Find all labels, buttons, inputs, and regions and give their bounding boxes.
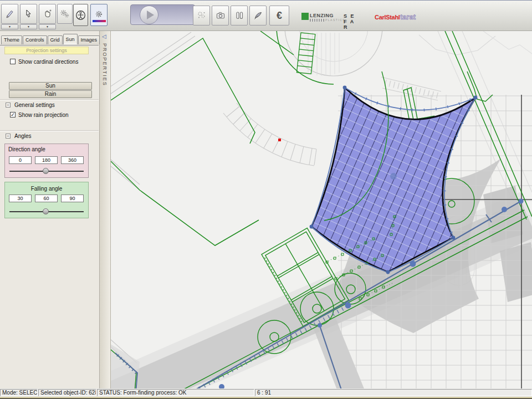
camera-icon [216,11,226,21]
select-tool-dropdown[interactable]: ▼ [20,24,37,29]
pencil-tool-dropdown[interactable]: ▼ [1,24,18,29]
sun-mode-button[interactable]: Sun [9,82,92,90]
properties-autohide-strip[interactable]: ◁ PROPERTIES [100,31,111,388]
euro-icon: € [277,10,282,22]
small-gears-icon [197,11,207,21]
rain-mode-button[interactable]: Rain [9,90,92,98]
status-process: STATUS: Form-finding process: OK [97,389,254,396]
lenzing-sub: PLASTICS [325,18,345,22]
projection-settings-banner: Projection settings [4,47,89,54]
direction-mid-input[interactable] [35,156,58,164]
drawing-canvas[interactable] [111,31,532,388]
tab-grid[interactable]: Grid [48,35,63,44]
rain-projection-label: Show rain projection [18,112,69,118]
direction-angle-group: Direction angle [4,144,89,178]
feather-button[interactable] [249,6,267,25]
model-figure-button[interactable] [73,4,88,26]
collapse-arrow-icon[interactable]: ◁ [102,33,106,39]
tab-images[interactable]: Images [78,35,100,44]
outline-logo: tarat [400,13,416,21]
falling-min-input[interactable] [9,195,32,202]
properties-tab-label: PROPERTIES [102,43,108,86]
settings-gear-icon [94,10,104,19]
columns-icon [234,11,244,21]
falling-mid-input[interactable] [35,195,58,202]
tab-theme[interactable]: Theme [1,35,22,44]
lenzing-hatch [310,19,324,22]
status-bar: Mode: SELECT Selected object-ID: 6283 ST… [0,388,532,397]
direction-max-input[interactable] [61,156,84,164]
play-strip [130,4,195,25]
selection-red-marker [278,139,281,141]
direction-min-input[interactable] [9,156,32,164]
status-selected: Selected object-ID: 6283 [38,389,96,396]
carlstahl-logo: CarlStahl [375,14,400,21]
select-tool-button[interactable] [20,4,37,24]
general-settings-header: − General settings [0,99,99,110]
lenzing-text: LENZING [310,13,345,18]
play-button[interactable] [140,6,158,24]
falling-max-input[interactable] [61,195,84,202]
rain-projection-checkbox[interactable]: ✓ [10,112,16,117]
pencil-tool-button[interactable] [1,4,18,24]
sefar-logo: S E F A R [344,11,357,33]
gears-tool-button[interactable] [57,4,73,24]
angles-header: − Angles [0,130,99,141]
color-gradient-bar [93,20,106,22]
direction-slider-handle[interactable] [43,168,49,174]
status-mode: Mode: SELECT [0,389,38,396]
tab-divider [0,45,99,45]
general-settings-title: General settings [14,102,55,108]
cardinal-directions-label: Show cardinal directions [18,59,78,65]
panel-tab-strip: Theme Controls Grid Sun Images [1,34,100,44]
play-icon [147,11,154,19]
site-plan-svg [111,31,532,388]
cardinal-directions-checkbox[interactable] [10,59,16,64]
feather-icon [253,11,263,21]
pencil-icon [5,9,15,19]
lenzing-logo: LENZING PLASTICS [301,11,345,22]
columns-button[interactable] [231,6,248,25]
visual-settings-button[interactable] [90,4,108,26]
price-euro-button[interactable]: € [269,6,289,25]
vitruvian-man-icon [75,10,86,21]
tab-controls[interactable]: Controls [23,35,47,44]
application-window: ▼ ▼ ▼ [0,0,532,399]
direction-angle-label: Direction angle [8,146,45,152]
status-coords: 6 : 91 [255,389,532,396]
falling-angle-label: Falling angle [5,186,88,192]
collapse-angles-icon[interactable]: − [6,134,11,139]
hand-tool-button[interactable] [39,4,56,24]
lenzing-mark [301,13,309,20]
collapse-general-icon[interactable]: − [6,103,11,108]
hand-icon [43,9,53,19]
falling-angle-group: Falling angle [4,182,89,218]
sefar-text: S E F A R [344,13,357,30]
gears-icon [60,9,70,19]
properties-panel: Theme Controls Grid Sun Images Projectio… [0,31,100,388]
cursor-icon [24,9,34,19]
snapshot-camera-button[interactable] [212,6,229,25]
system-gears-button[interactable] [193,6,210,25]
falling-slider-handle[interactable] [43,208,49,214]
angles-title: Angles [14,133,32,139]
main-toolbar: ▼ ▼ ▼ [0,1,532,31]
hand-tool-dropdown[interactable]: ▼ [39,24,56,29]
tab-sun[interactable]: Sun [63,34,78,44]
